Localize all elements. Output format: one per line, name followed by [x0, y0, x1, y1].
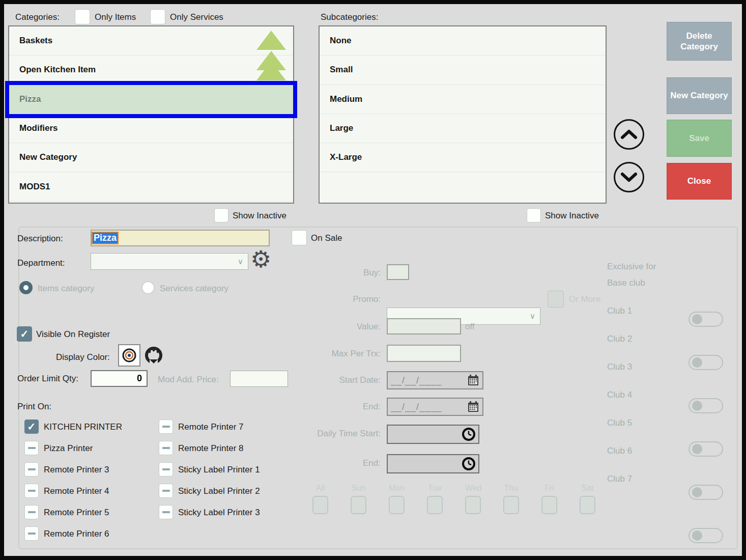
end-date-input[interactable]: __/__/____ — [387, 398, 483, 416]
day-checkbox-wed[interactable] — [465, 496, 481, 514]
show-inactive-subcategories-checkbox[interactable] — [527, 208, 541, 222]
day-checkbox-thu[interactable] — [503, 496, 519, 514]
subcategory-row[interactable]: Medium — [320, 85, 606, 114]
description-input[interactable]: Pizza — [91, 230, 270, 246]
show-inactive-categories-checkbox[interactable] — [214, 208, 228, 222]
off-label: off — [465, 322, 475, 332]
club-1-toggle[interactable] — [688, 355, 723, 370]
move-to-top-icon[interactable] — [256, 29, 287, 90]
start-date-input[interactable]: __/__/____ — [387, 371, 483, 389]
visible-on-register-label: Visible On Register — [36, 329, 110, 340]
club-2-toggle[interactable] — [688, 398, 723, 413]
category-row[interactable]: MODS1 — [9, 172, 293, 201]
printer-checkbox[interactable] — [24, 441, 39, 455]
printer-label: KITCHEN PRINTER — [44, 422, 122, 432]
delete-category-button[interactable]: Delete Category — [667, 22, 732, 61]
subcategory-label: Medium — [330, 94, 362, 104]
promo-label: Promo: — [309, 294, 381, 304]
category-label: Modifiers — [19, 123, 58, 133]
base-club-toggle[interactable] — [688, 312, 723, 327]
only-services-label: Only Services — [170, 12, 223, 22]
value-input[interactable] — [387, 318, 461, 334]
club-3-toggle[interactable] — [688, 441, 723, 457]
clock-icon[interactable] — [462, 457, 476, 471]
subcategory-row[interactable]: Large — [320, 114, 606, 143]
show-inactive-subcategories-label: Show Inactive — [545, 211, 599, 221]
category-row[interactable]: Baskets — [9, 26, 293, 55]
printer-checkbox[interactable] — [24, 419, 39, 434]
mod-add-price-label: Mod Add. Price: — [158, 375, 219, 385]
printer-checkbox[interactable] — [159, 462, 173, 477]
category-row[interactable]: Pizza — [9, 85, 293, 114]
buy-label: Buy: — [309, 268, 381, 278]
or-more-label: Or More — [569, 294, 600, 304]
save-button[interactable]: Save — [667, 120, 732, 157]
printer-checkbox[interactable] — [159, 419, 173, 434]
order-limit-qty-input[interactable]: 0 — [91, 370, 148, 387]
printer-checkbox[interactable] — [24, 505, 39, 519]
subcategory-row[interactable]: None — [320, 26, 606, 55]
start-date-placeholder: __/__/____ — [391, 375, 442, 386]
subcategories-label: Subcategories: — [321, 12, 378, 22]
printer-label: Remote Printer 4 — [44, 486, 109, 496]
day-checkbox-mon[interactable] — [389, 496, 405, 514]
category-row[interactable]: Modifiers — [9, 114, 293, 143]
or-more-checkbox[interactable] — [548, 291, 564, 307]
visible-on-register-checkbox[interactable] — [17, 326, 32, 342]
calendar-icon[interactable] — [467, 401, 479, 413]
mod-add-price-input[interactable] — [230, 371, 288, 387]
printer-label: Pizza Printer — [44, 443, 93, 454]
department-dropdown[interactable] — [91, 253, 248, 270]
day-checkbox-sun[interactable] — [351, 496, 366, 514]
club-label: Club 7 — [607, 474, 632, 484]
start-date-label: Start Date: — [299, 375, 381, 385]
day-checkbox-sat[interactable] — [580, 496, 595, 514]
subcategory-label: None — [330, 36, 352, 46]
daily-time-start-input[interactable] — [387, 425, 479, 444]
day-checkbox-tue[interactable] — [427, 496, 443, 514]
on-sale-checkbox[interactable] — [292, 230, 307, 245]
new-category-button[interactable]: New Category — [667, 77, 732, 114]
only-items-checkbox[interactable] — [75, 9, 90, 24]
items-category-radio[interactable] — [19, 281, 33, 294]
day-label: Thu — [503, 484, 519, 493]
order-limit-qty-label: Order Limit Qty: — [17, 374, 78, 384]
day-label: Wed — [465, 484, 481, 493]
move-down-button[interactable] — [614, 162, 644, 192]
day-label: Fri — [541, 484, 557, 493]
day-checkbox-all[interactable] — [312, 496, 328, 514]
subcategory-label: X-Large — [330, 152, 362, 162]
printer-checkbox[interactable] — [159, 505, 173, 519]
printer-checkbox[interactable] — [159, 484, 173, 498]
display-color-swatch-button[interactable] — [118, 344, 140, 367]
day-label: Mon — [389, 484, 405, 493]
club-5-toggle[interactable] — [688, 528, 723, 543]
day-checkbox-fri[interactable] — [541, 496, 557, 514]
printer-checkbox[interactable] — [24, 526, 39, 541]
color-palette-icon[interactable] — [144, 346, 164, 367]
move-up-button[interactable] — [614, 119, 644, 150]
subcategory-row[interactable]: X-Large — [320, 143, 606, 172]
close-button[interactable]: Close — [667, 163, 732, 200]
printer-checkbox[interactable] — [159, 441, 173, 455]
subcategory-row[interactable]: Small — [320, 55, 606, 85]
services-category-radio[interactable] — [141, 281, 155, 294]
only-services-checkbox[interactable] — [150, 9, 165, 24]
subcategories-list: None Small Medium Large X-Large — [319, 25, 607, 204]
print-on-label: Print On: — [17, 402, 51, 412]
category-row[interactable]: New Category — [9, 143, 293, 172]
clock-icon[interactable] — [462, 427, 476, 441]
club-4-toggle[interactable] — [688, 485, 723, 500]
chevron-up-icon — [620, 129, 638, 140]
category-row[interactable]: Open Kitchen Item — [9, 55, 293, 85]
buy-input[interactable] — [387, 264, 409, 280]
category-label: New Category — [19, 152, 77, 162]
value-label: Value: — [309, 322, 381, 332]
max-per-trx-input[interactable] — [387, 345, 461, 362]
printer-checkbox[interactable] — [24, 462, 39, 477]
calendar-icon[interactable] — [467, 374, 479, 386]
categories-list: Baskets Open Kitchen Item Pizza Modifier… — [8, 25, 294, 204]
department-settings-gear-icon[interactable]: ⚙ — [250, 247, 271, 271]
printer-checkbox[interactable] — [24, 484, 39, 498]
daily-time-end-input[interactable] — [387, 454, 479, 473]
